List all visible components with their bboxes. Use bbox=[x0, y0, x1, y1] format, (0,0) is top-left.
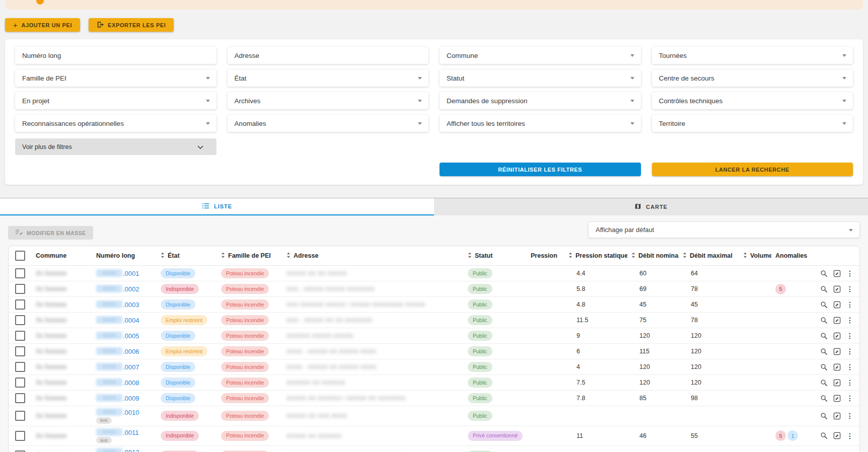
view-button[interactable] bbox=[820, 270, 828, 277]
anomalies-cell bbox=[771, 446, 819, 452]
row-checkbox[interactable] bbox=[15, 431, 25, 441]
edit-button[interactable] bbox=[833, 301, 841, 309]
more-actions-button[interactable]: ⋮ bbox=[846, 379, 853, 386]
numero-long-link[interactable]: .0001 bbox=[123, 270, 139, 277]
view-button[interactable] bbox=[820, 332, 828, 340]
row-checkbox[interactable] bbox=[15, 299, 25, 310]
more-actions-button[interactable]: ⋮ bbox=[846, 363, 853, 370]
view-button[interactable] bbox=[820, 395, 828, 402]
add-pei-button[interactable]: + AJOUTER UN PEI bbox=[5, 18, 80, 32]
bulk-edit-button[interactable]: MODIFIER EN MASSE bbox=[8, 226, 93, 240]
edit-button[interactable] bbox=[833, 363, 841, 371]
row-checkbox[interactable] bbox=[15, 393, 25, 403]
numero-long-link[interactable]: .0003 bbox=[123, 301, 139, 309]
numero-long-link[interactable]: .0002 bbox=[123, 285, 139, 293]
filter-territoire[interactable]: Territoire bbox=[652, 115, 853, 132]
row-checkbox[interactable] bbox=[15, 411, 25, 421]
sort-icon[interactable] bbox=[683, 252, 687, 260]
sort-icon[interactable] bbox=[221, 252, 225, 260]
more-actions-button[interactable]: ⋮ bbox=[846, 412, 853, 419]
filter-demandes-de-suppression[interactable]: Demandes de suppression bbox=[440, 92, 641, 109]
sort-icon[interactable] bbox=[468, 252, 472, 260]
numero-long-link[interactable]: .0009 bbox=[123, 395, 139, 402]
more-actions-button[interactable]: ⋮ bbox=[846, 317, 853, 324]
more-actions-button[interactable]: ⋮ bbox=[846, 285, 853, 292]
sort-icon[interactable] bbox=[161, 252, 165, 260]
edit-button[interactable] bbox=[833, 412, 841, 420]
numero-long-link[interactable]: .0011 bbox=[123, 429, 139, 436]
view-button[interactable] bbox=[820, 412, 828, 420]
filter-controles-techniques[interactable]: Contrôles techniques bbox=[652, 92, 853, 109]
edit-button[interactable] bbox=[833, 432, 841, 439]
filter-commune[interactable]: Commune bbox=[440, 47, 641, 64]
row-checkbox[interactable] bbox=[15, 346, 25, 356]
filter-reconnaissances-operationnelles[interactable]: Reconnaissances opérationnelles bbox=[15, 115, 216, 132]
view-button[interactable] bbox=[820, 317, 828, 324]
filter-etat[interactable]: État bbox=[228, 69, 429, 87]
statut-badge: Public bbox=[468, 346, 492, 356]
page-actions: + AJOUTER UN PEI EXPORTER LES PEI bbox=[5, 18, 868, 32]
view-button[interactable] bbox=[820, 432, 828, 439]
export-pei-button[interactable]: EXPORTER LES PEI bbox=[89, 18, 174, 32]
select-all-checkbox[interactable] bbox=[15, 251, 25, 261]
filter-adresse[interactable]: Adresse bbox=[228, 47, 429, 64]
sort-icon[interactable] bbox=[743, 252, 747, 260]
more-actions-button[interactable]: ⋮ bbox=[846, 301, 853, 308]
more-actions-button[interactable]: ⋮ bbox=[846, 270, 853, 277]
more-actions-button[interactable]: ⋮ bbox=[846, 395, 853, 402]
sort-icon[interactable] bbox=[631, 252, 635, 260]
famille-cell: Poteau incendie bbox=[217, 359, 282, 375]
table-row: Xx XxxxxxxXXXX.0009DisponiblePoteau ince… bbox=[9, 391, 859, 406]
view-button[interactable] bbox=[820, 301, 828, 309]
view-button[interactable] bbox=[820, 379, 828, 387]
numero-long-link[interactable]: .0004 bbox=[123, 317, 139, 324]
statut-cell: Public bbox=[464, 359, 527, 375]
tab-carte[interactable]: CARTE bbox=[434, 198, 868, 215]
row-checkbox[interactable] bbox=[15, 331, 25, 341]
search-button[interactable]: LANCER LA RECHERCHE bbox=[652, 163, 853, 176]
edit-button[interactable] bbox=[833, 348, 841, 355]
filter-anomalies[interactable]: Anomalies bbox=[228, 115, 429, 132]
reset-filters-button[interactable]: RÉINITIALISER LES FILTRES bbox=[440, 163, 641, 176]
numero-long-link[interactable]: .0010 bbox=[123, 409, 139, 416]
numero-long-link[interactable]: .0005 bbox=[123, 332, 139, 340]
display-mode-select[interactable]: Affichage par défaut bbox=[588, 221, 860, 238]
more-actions-button[interactable]: ⋮ bbox=[846, 348, 853, 355]
edit-button[interactable] bbox=[833, 395, 841, 402]
edit-button[interactable] bbox=[833, 270, 841, 277]
numero-long-link[interactable]: .0007 bbox=[123, 363, 139, 371]
filter-en-projet[interactable]: En projet bbox=[15, 92, 216, 109]
filter-numero-long[interactable]: Numéro long bbox=[15, 47, 216, 64]
row-checkbox[interactable] bbox=[15, 284, 25, 294]
statut-cell: Public bbox=[464, 344, 527, 359]
row-checkbox[interactable] bbox=[15, 315, 25, 325]
filter-statut[interactable]: Statut bbox=[440, 69, 641, 87]
edit-button[interactable] bbox=[833, 332, 841, 340]
tab-liste[interactable]: LISTE bbox=[0, 198, 434, 215]
filter-archives[interactable]: Archives bbox=[228, 92, 429, 109]
sort-icon[interactable] bbox=[568, 252, 572, 260]
filter-label: Archives bbox=[235, 97, 261, 105]
filter-centre-de-secours[interactable]: Centre de secours bbox=[652, 69, 853, 87]
filter-famille-de-pei[interactable]: Famille de PEI bbox=[15, 69, 216, 87]
edit-button[interactable] bbox=[833, 379, 841, 387]
numero-long-link[interactable]: .0006 bbox=[123, 348, 139, 355]
numero-long-link[interactable]: .0008 bbox=[123, 379, 139, 387]
edit-button[interactable] bbox=[833, 317, 841, 324]
sort-icon[interactable] bbox=[286, 252, 291, 260]
more-actions-button[interactable]: ⋮ bbox=[846, 332, 853, 339]
anomalies-cell: 5 bbox=[771, 281, 819, 297]
row-checkbox[interactable] bbox=[15, 362, 25, 372]
filter-tournees[interactable]: Tournées bbox=[652, 47, 853, 64]
list-view: MODIFIER EN MASSE Affichage par défaut C… bbox=[0, 215, 868, 452]
more-actions-button[interactable]: ⋮ bbox=[846, 432, 853, 439]
view-button[interactable] bbox=[820, 348, 828, 355]
filter-afficher-tous-les-territoires[interactable]: Afficher tous les territoires bbox=[440, 115, 641, 132]
numero-long-link[interactable]: .0012 bbox=[123, 448, 139, 452]
row-checkbox[interactable] bbox=[15, 378, 25, 388]
more-filters-toggle[interactable]: Voir plus de filtres bbox=[15, 138, 216, 155]
view-button[interactable] bbox=[820, 363, 828, 371]
row-checkbox[interactable] bbox=[15, 268, 25, 278]
edit-button[interactable] bbox=[833, 285, 841, 293]
view-button[interactable] bbox=[820, 285, 828, 293]
